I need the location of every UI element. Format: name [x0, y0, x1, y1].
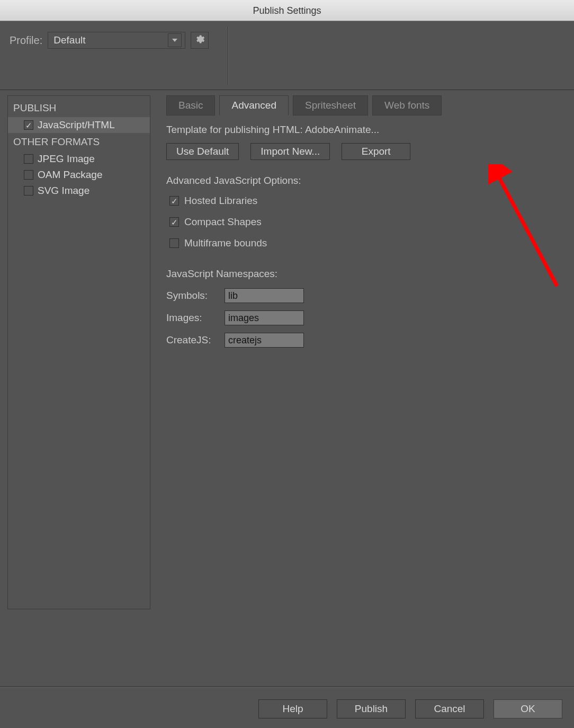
- format-label: JPEG Image: [38, 153, 95, 165]
- tab-advanced[interactable]: Advanced: [219, 95, 289, 116]
- compact-shapes-label: Compact Shapes: [184, 216, 262, 228]
- top-area: Profile: Default: [0, 21, 574, 90]
- profile-settings-button[interactable]: [191, 32, 209, 49]
- publish-section-header: PUBLISH: [8, 99, 150, 117]
- chevron-down-icon: [168, 33, 182, 47]
- import-new-button[interactable]: Import New...: [250, 143, 330, 160]
- window-title: Publish Settings: [0, 0, 574, 21]
- settings-panel: Basic Advanced Spritesheet Web fonts Tem…: [166, 95, 567, 609]
- other-formats-section-header: OTHER FORMATS: [8, 133, 150, 151]
- format-list: PUBLISH JavaScript/HTML OTHER FORMATS JP…: [7, 95, 150, 609]
- tab-bar: Basic Advanced Spritesheet Web fonts: [166, 95, 567, 116]
- format-item-oam[interactable]: OAM Package: [8, 167, 150, 183]
- format-item-javascript-html[interactable]: JavaScript/HTML: [8, 117, 150, 133]
- divider-vertical: [228, 26, 228, 85]
- format-item-jpeg[interactable]: JPEG Image: [8, 151, 150, 167]
- format-label: SVG Image: [38, 185, 89, 197]
- images-input[interactable]: [225, 310, 304, 325]
- hosted-libraries-row[interactable]: Hosted Libraries: [169, 195, 567, 207]
- checkbox-jpeg[interactable]: [24, 154, 33, 164]
- checkbox-compact-shapes[interactable]: [169, 217, 179, 227]
- tab-spritesheet[interactable]: Spritesheet: [293, 95, 368, 116]
- namespaces-header: JavaScript Namespaces:: [166, 268, 567, 280]
- template-label: Template for publishing HTML: AdobeAnima…: [166, 124, 567, 136]
- help-button[interactable]: Help: [258, 699, 327, 718]
- export-button[interactable]: Export: [342, 143, 410, 160]
- gear-icon: [194, 34, 205, 47]
- multiframe-bounds-row[interactable]: Multiframe bounds: [169, 237, 567, 249]
- profile-label: Profile:: [10, 34, 42, 47]
- tab-basic[interactable]: Basic: [166, 95, 215, 116]
- profile-selected-value: Default: [53, 34, 85, 46]
- symbols-label: Symbols:: [166, 290, 225, 301]
- hosted-libraries-label: Hosted Libraries: [184, 195, 257, 207]
- checkbox-multiframe-bounds[interactable]: [169, 238, 179, 248]
- createjs-input[interactable]: [225, 333, 304, 348]
- ok-button[interactable]: OK: [494, 699, 562, 718]
- format-item-svg[interactable]: SVG Image: [8, 183, 150, 199]
- createjs-label: CreateJS:: [166, 334, 225, 346]
- tab-webfonts[interactable]: Web fonts: [372, 95, 442, 116]
- symbols-input[interactable]: [225, 288, 304, 303]
- format-label: JavaScript/HTML: [38, 119, 115, 131]
- advanced-js-header: Advanced JavaScript Options:: [166, 175, 567, 187]
- checkbox-javascript-html[interactable]: [24, 120, 33, 130]
- checkbox-oam[interactable]: [24, 170, 33, 180]
- divider-horizontal: [0, 686, 574, 687]
- use-default-button[interactable]: Use Default: [166, 143, 239, 160]
- profile-dropdown[interactable]: Default: [48, 32, 185, 49]
- checkbox-hosted-libraries[interactable]: [169, 196, 179, 206]
- compact-shapes-row[interactable]: Compact Shapes: [169, 216, 567, 228]
- images-label: Images:: [166, 312, 225, 324]
- cancel-button[interactable]: Cancel: [415, 699, 484, 718]
- dialog-buttons: Help Publish Cancel OK: [258, 699, 562, 718]
- publish-button[interactable]: Publish: [337, 699, 406, 718]
- format-label: OAM Package: [38, 169, 103, 181]
- multiframe-bounds-label: Multiframe bounds: [184, 237, 267, 249]
- checkbox-svg[interactable]: [24, 186, 33, 196]
